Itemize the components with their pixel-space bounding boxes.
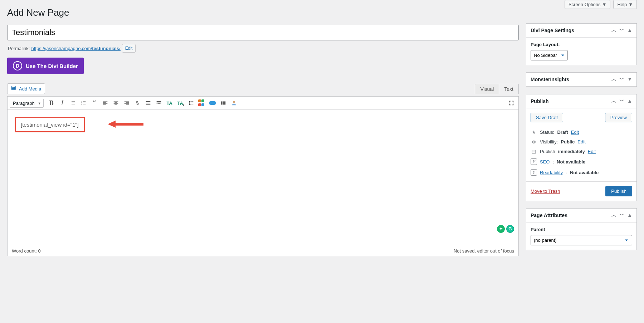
edit-publish-time-link[interactable]: Edit [588,149,596,154]
help-button[interactable]: Help ▼ [613,0,637,9]
annotation-arrow-icon [108,121,143,128]
grammarly-add-icon[interactable]: ✦ [497,225,505,233]
chevron-down-icon[interactable]: ﹀ [619,27,624,34]
svg-rect-10 [224,102,225,105]
divi-settings-header[interactable]: Divi Page Settings ︿ ﹀ ▲ [526,24,636,38]
caret-down-toggle-icon[interactable]: ▼ [627,76,632,83]
page-layout-label: Page Layout: [531,42,632,47]
seo-link[interactable]: SEO [540,159,550,165]
screen-options-label: Screen Options [569,2,601,7]
screen-options-button[interactable]: Screen Options ▼ [565,0,610,9]
yoast-readability-icon: Y [531,169,537,176]
caret-down-icon: ▼ [628,2,633,7]
ta-settings-icon[interactable]: TA [175,98,185,108]
chevron-down-icon[interactable]: ﹀ [619,98,624,104]
permalink-link[interactable]: https://jasonchampagne.com/testimonials/ [31,46,120,51]
svg-rect-3 [156,101,161,103]
preview-button[interactable]: Preview [605,113,632,122]
help-label: Help [617,2,627,7]
add-media-button[interactable]: Add Media [7,83,45,94]
insert-button-icon[interactable] [208,98,218,108]
visibility-value: Public [561,139,575,145]
seo-value: Not available [557,159,585,165]
readability-link[interactable]: Readability [540,170,563,175]
chevron-up-icon[interactable]: ︿ [611,76,616,83]
blockquote-icon[interactable]: “ [89,98,99,108]
page-attributes-title: Page Attributes [531,212,567,218]
publish-button[interactable]: Publish [605,186,632,196]
numbered-list-icon[interactable] [79,98,89,108]
monsterinsights-header[interactable]: MonsterInsights ︿ ﹀ ▼ [526,73,636,87]
caret-up-toggle-icon[interactable]: ▲ [627,212,632,219]
italic-icon[interactable]: I [57,98,67,108]
user-icon[interactable] [229,98,239,108]
paragraph-format-select[interactable]: Paragraph [10,99,44,108]
visual-tab[interactable]: Visual [475,84,499,94]
permalink-row: Permalink: https://jasonchampagne.com/te… [8,44,519,53]
bold-icon[interactable]: B [47,98,57,108]
eye-icon [531,140,537,145]
edit-visibility-link[interactable]: Edit [577,139,585,145]
row-height-icon[interactable] [186,98,196,108]
page-heading: Add New Page [7,7,519,18]
columns-icon[interactable] [218,98,228,108]
yoast-seo-icon: Y [531,158,537,165]
text-tab[interactable]: Text [499,84,519,94]
svg-rect-7 [160,103,161,104]
status-label: Status: [540,129,554,135]
chevron-up-icon[interactable]: ︿ [611,27,616,34]
editor-content[interactable]: [testimonial_view id="1"] ✦ G [8,110,518,246]
edit-status-link[interactable]: Edit [571,129,579,135]
shortcode-highlight: [testimonial_view id="1"] [15,117,85,132]
visibility-label: Visibility: [540,139,558,145]
caret-up-toggle-icon[interactable]: ▲ [627,98,632,104]
move-to-trash-link[interactable]: Move to Trash [531,189,560,194]
edit-permalink-button[interactable]: Edit [122,44,136,53]
readability-value: Not available [570,170,599,175]
save-draft-button[interactable]: Save Draft [531,113,563,122]
caret-down-icon: ▼ [602,2,607,7]
calendar-icon [531,149,537,154]
chevron-up-icon[interactable]: ︿ [611,98,616,104]
align-right-icon[interactable] [122,98,132,108]
editor-status-right: Not saved, editor out of focus [454,248,514,254]
svg-rect-4 [156,103,157,104]
svg-rect-6 [159,103,160,104]
svg-rect-5 [158,103,159,104]
align-center-icon[interactable] [111,98,121,108]
publish-header[interactable]: Publish ︿ ﹀ ▲ [526,94,636,108]
divi-settings-title: Divi Page Settings [531,28,574,33]
svg-rect-2 [146,104,150,105]
grammarly-icon[interactable]: G [506,225,514,233]
permalink-trail: / [119,46,121,51]
page-attributes-header[interactable]: Page Attributes ︿ ﹀ ▲ [526,209,636,222]
svg-rect-0 [146,101,150,102]
chevron-up-icon[interactable]: ︿ [611,212,616,219]
editor-statusbar: Word count: 0 Not saved, editor out of f… [8,246,518,256]
parent-select[interactable]: (no parent) [531,235,632,245]
publish-title: Publish [531,98,549,104]
add-media-label: Add Media [19,86,41,92]
align-left-icon[interactable] [100,98,110,108]
page-layout-select[interactable]: No Sidebar [531,50,568,60]
chevron-down-icon[interactable]: ﹀ [619,76,624,83]
chevron-down-icon[interactable]: ﹀ [619,212,624,219]
grammarly-badges: ✦ G [497,225,514,233]
fullscreen-icon[interactable] [506,98,516,108]
bullet-list-icon[interactable] [68,98,78,108]
svg-marker-13 [108,121,116,128]
ta-icon[interactable]: TA [165,98,175,108]
toolbar-toggle-icon[interactable] [154,98,164,108]
caret-up-toggle-icon[interactable]: ▲ [627,27,632,34]
use-divi-builder-button[interactable]: D Use The Divi Builder [7,58,84,74]
insert-more-icon[interactable] [143,98,153,108]
link-icon[interactable] [132,98,142,108]
parent-label: Parent [531,227,632,232]
svg-rect-1 [146,103,150,103]
page-title-input[interactable] [7,25,519,40]
divi-page-settings-box: Divi Page Settings ︿ ﹀ ▲ Page Layout: No… [526,23,637,65]
media-icon [11,85,17,92]
svg-rect-8 [221,102,222,105]
shortcodes-palette-icon[interactable] [197,98,207,108]
editor-text: [testimonial_view id="1"] [21,122,79,128]
